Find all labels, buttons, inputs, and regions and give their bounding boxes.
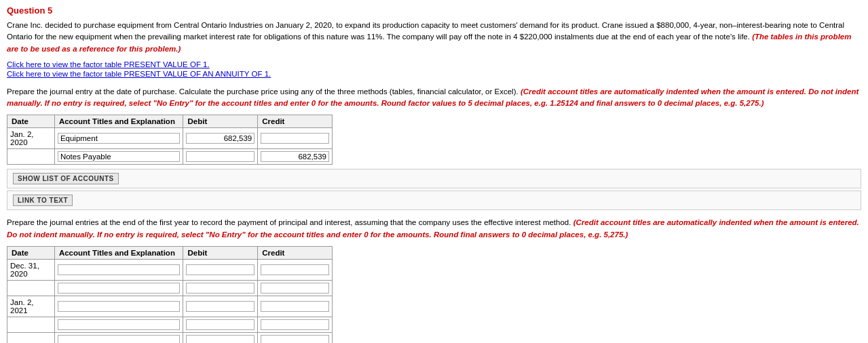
table-row: Jan. 2, 2020 [7,128,333,149]
table-row: Dec. 31, 2020 [7,259,333,280]
entry-account-jan2-1[interactable] [54,296,183,317]
action-bar-link-1: LINK TO TEXT [7,190,861,210]
entry-debit-1b[interactable] [183,149,258,165]
entry-date-jan2-2 [7,317,55,332]
entry-credit-1[interactable] [258,128,333,149]
entry-date-jan2: Jan. 2, 2021 [7,296,55,317]
entry-credit-1b[interactable] [258,149,333,165]
table-row [7,317,333,332]
col-header-credit-2: Credit [258,246,333,259]
entry-account-1[interactable] [54,128,183,149]
entry-date-dec31-2 [7,280,55,296]
journal-table-1: Date Account Titles and Explanation Debi… [7,115,333,165]
debit-input-jan2-2[interactable] [186,319,254,330]
entry-debit-1[interactable] [183,128,258,149]
link-to-text-button-1[interactable]: LINK TO TEXT [13,195,73,206]
entry-account-1b[interactable] [54,149,183,165]
account-input-1[interactable] [58,133,181,144]
entry-date-1: Jan. 2, 2020 [7,128,55,149]
question-body: Crane Inc. decided to purchase equipment… [7,20,861,55]
debit-input-dec31-1[interactable] [186,264,254,275]
entry-debit-dec31-2[interactable] [183,280,258,296]
entry-credit-jan2-2[interactable] [258,317,333,332]
credit-input-jan2-3[interactable] [261,335,329,343]
question-title: Question 5 [7,5,861,16]
entry-debit-jan2-1[interactable] [183,296,258,317]
link-pv-annuity[interactable]: Click here to view the factor table PRES… [7,70,861,78]
links-section: Click here to view the factor table PRES… [7,60,861,78]
instruction-1: Prepare the journal entry at the date of… [7,86,861,110]
debit-input-jan2-3[interactable] [186,335,254,343]
credit-input-jan2-1[interactable] [261,301,329,312]
entry-debit-jan2-3[interactable] [183,332,258,343]
instruction-2: Prepare the journal entries at the end o… [7,217,861,241]
account-input-jan2-3[interactable] [58,335,181,343]
debit-input-1b[interactable] [186,151,254,162]
entry-account-jan2-3[interactable] [54,332,183,343]
entry-date-1b [7,149,55,165]
entry-account-dec31-2[interactable] [54,280,183,296]
credit-input-dec31-2[interactable] [261,283,329,294]
instruction-1-text: Prepare the journal entry at the date of… [7,87,518,96]
table-row: Jan. 2, 2021 [7,296,333,317]
entry-credit-jan2-3[interactable] [258,332,333,343]
col-header-account-2: Account Titles and Explanation [54,246,183,259]
table-row [7,332,333,343]
col-header-account-1: Account Titles and Explanation [54,115,183,128]
col-header-credit-1: Credit [258,115,333,128]
entry-credit-dec31-1[interactable] [258,259,333,280]
account-input-1b[interactable] [58,151,181,162]
account-input-dec31-2[interactable] [58,283,181,294]
entry-debit-jan2-2[interactable] [183,317,258,332]
entry-account-dec31-1[interactable] [54,259,183,280]
col-header-debit-2: Debit [183,246,258,259]
entry-date-jan2-3 [7,332,55,343]
entry-date-dec31: Dec. 31, 2020 [7,259,55,280]
entry-credit-dec31-2[interactable] [258,280,333,296]
entry-credit-jan2-1[interactable] [258,296,333,317]
action-bar-1: SHOW LIST OF ACCOUNTS [7,169,861,188]
col-header-date-1: Date [7,115,55,128]
credit-input-dec31-1[interactable] [261,264,329,275]
link-pv1[interactable]: Click here to view the factor table PRES… [7,60,861,68]
journal-table-2: Date Account Titles and Explanation Debi… [7,246,333,343]
instruction-2-text: Prepare the journal entries at the end o… [7,218,571,226]
table-row [7,149,333,165]
col-header-date-2: Date [7,246,55,259]
debit-input-1[interactable] [186,133,254,144]
account-input-jan2-1[interactable] [58,301,181,312]
show-accounts-button-1[interactable]: SHOW LIST OF ACCOUNTS [13,173,119,184]
col-header-debit-1: Debit [183,115,258,128]
credit-input-1b[interactable] [261,151,329,162]
credit-input-jan2-2[interactable] [261,319,329,330]
debit-input-dec31-2[interactable] [186,283,254,294]
credit-input-1[interactable] [261,133,329,144]
question-body-text: Crane Inc. decided to purchase equipment… [7,21,844,41]
account-input-dec31-1[interactable] [58,264,181,275]
entry-account-jan2-2[interactable] [54,317,183,332]
account-input-jan2-2[interactable] [58,319,181,330]
entry-debit-dec31-1[interactable] [183,259,258,280]
table-row [7,280,333,296]
debit-input-jan2-1[interactable] [186,301,254,312]
